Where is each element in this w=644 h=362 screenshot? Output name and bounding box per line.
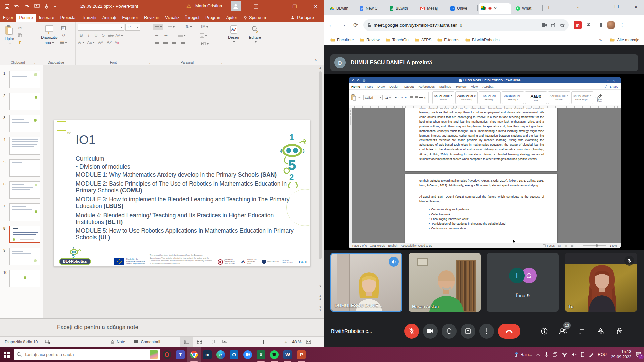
participant-tile-self[interactable]: Tu — [565, 253, 637, 312]
text-direction-button[interactable]: ‖A — [200, 24, 210, 30]
character-spacing-button[interactable]: AV — [115, 33, 124, 37]
bookmark-folder[interactable]: BLwithRobotics — [465, 38, 500, 42]
word-italic-button[interactable]: I — [398, 96, 399, 99]
search-input[interactable] — [24, 352, 135, 357]
previous-slide-button[interactable]: ▲▲ — [318, 295, 323, 301]
tray-phone-link-icon[interactable] — [581, 352, 584, 357]
quick-access-caret-icon[interactable] — [54, 6, 56, 8]
slide-layout-icon[interactable] — [60, 25, 67, 31]
columns-button[interactable] — [177, 32, 187, 38]
browser-tab-drive[interactable]: BLwith — [327, 3, 353, 14]
save-icon[interactable] — [5, 4, 9, 9]
draw-button[interactable]: A Desen — [225, 24, 242, 44]
camera-permission-icon[interactable] — [542, 23, 547, 27]
tab-pornire[interactable]: Pornire — [16, 14, 36, 22]
slide-title[interactable]: IO1 — [76, 133, 95, 147]
search-highlight-image[interactable] — [150, 350, 158, 359]
tray-volume-icon[interactable] — [572, 352, 577, 357]
participant-tile-more[interactable]: I G Încă 9 — [487, 253, 559, 312]
word-align-icon[interactable] — [419, 96, 423, 99]
style-heading2[interactable]: AaBbCcDdEHeading 2 — [502, 91, 524, 104]
word-font-name[interactable]: Calibri — [363, 95, 383, 100]
style-subtitle[interactable]: AaBbCcDdEeSubtitle — [548, 91, 570, 104]
word-focus-toggle[interactable]: Focus — [543, 244, 555, 247]
browser-tab-calendar[interactable]: 29Unive — [448, 3, 474, 14]
font-name-select[interactable] — [78, 24, 124, 31]
paragraph-dialog-launcher-icon[interactable]: ⌟ — [221, 61, 222, 64]
chrome-close-button[interactable]: ✕ — [628, 0, 644, 13]
wtab-layout[interactable]: Layout — [402, 83, 416, 89]
zoom-level[interactable]: 48 % — [292, 340, 301, 344]
share-page-icon[interactable] — [551, 23, 556, 27]
taskbar-edge-icon[interactable]: e — [214, 347, 227, 362]
taskbar-teams-icon[interactable]: T — [174, 347, 187, 362]
start-slideshow-icon[interactable] — [34, 4, 40, 9]
word-left-scrollbar[interactable] — [349, 108, 352, 243]
bookmark-folder[interactable]: Facultate — [330, 38, 354, 42]
style-normal[interactable]: AaBbCcDdEeNormal — [432, 91, 454, 104]
tray-clock[interactable]: 15:1329.09.2022 — [611, 349, 631, 360]
word-language[interactable]: English — [388, 244, 397, 247]
tab-expunere[interactable]: Expuner — [119, 14, 141, 22]
account-name[interactable]: Maria Cristina — [195, 3, 222, 8]
redo-icon[interactable] — [24, 4, 30, 9]
styles-pane-button[interactable]: StylesPane — [597, 93, 602, 102]
bookmark-folder[interactable]: ATPS — [415, 38, 431, 42]
slide-scrollbar[interactable]: ▲ ▼ ▲▲ ▼▼ — [318, 66, 323, 317]
change-case-button[interactable]: Aa — [87, 40, 95, 44]
tray-expand-icon[interactable] — [536, 353, 540, 356]
copy-icon[interactable] — [17, 32, 23, 38]
address-bar[interactable]: meet.google.com/uyz-mkbr-osv?authuser=0 — [363, 19, 569, 31]
styles-gallery-more-icon[interactable]: › — [595, 96, 596, 99]
clear-format-button[interactable]: A — [115, 40, 121, 44]
wtab-insert[interactable]: Insert — [362, 83, 375, 89]
taskbar-zoom-icon[interactable] — [241, 347, 254, 362]
chat-icon[interactable] — [575, 324, 589, 338]
close-button[interactable]: ✕ — [308, 0, 323, 13]
style-heading1[interactable]: AaBbCcDHeading 1 — [479, 91, 501, 104]
taskbar-excel-icon[interactable]: X — [254, 347, 268, 362]
tab-fisier[interactable]: Fișier — [0, 14, 16, 22]
word-font-color-button[interactable]: A — [405, 96, 407, 99]
present-button[interactable] — [461, 324, 475, 339]
word-search-icon[interactable]: ⌕ ⚲ — [607, 78, 617, 82]
host-controls-icon[interactable] — [613, 324, 626, 338]
taskbar-moodle-icon[interactable]: m — [201, 347, 214, 362]
slide-sorter-view-button[interactable] — [193, 337, 206, 347]
thumbnail-row[interactable]: 10 — [0, 269, 43, 289]
minimize-button[interactable]: — — [265, 0, 280, 13]
browser-tab-whatsapp[interactable]: What — [513, 3, 539, 14]
rainmeter-tray-item[interactable]: Rain... — [514, 352, 532, 357]
thumbnail-row[interactable]: 4 — [0, 136, 43, 157]
increase-indent-icon[interactable]: ⇥ — [163, 32, 169, 38]
line-spacing-button[interactable]: ⇅ — [183, 24, 194, 30]
touch-mode-icon[interactable] — [44, 4, 48, 9]
normal-view-button[interactable] — [180, 337, 193, 347]
smartart-convert-button[interactable] — [200, 41, 210, 47]
wtab-view[interactable]: View — [469, 83, 480, 89]
participant-tile-hasan[interactable]: Hasan Arslan — [409, 253, 481, 312]
chrome-minimize-button[interactable]: — — [589, 0, 605, 13]
taskbar-opera-icon[interactable] — [160, 347, 174, 362]
browser-tab-gmail[interactable]: Mesaj — [418, 3, 444, 14]
tray-pen-icon[interactable] — [589, 352, 593, 357]
align-center-icon[interactable] — [162, 41, 169, 47]
thumbnail-row[interactable]: 9 — [0, 247, 43, 267]
word-share-button[interactable]: Share — [603, 83, 621, 89]
tab-ajutor[interactable]: Ajutor — [223, 14, 240, 22]
collapse-ribbon-icon[interactable]: ˄ — [315, 58, 317, 62]
notes-pane[interactable]: Faceți clic pentru a adăuga note — [0, 318, 324, 336]
wtab-mailings[interactable]: Mailings — [437, 83, 453, 89]
tab-search-chevron-icon[interactable]: ⌄ — [577, 5, 580, 9]
reload-icon[interactable]: ⟳ — [351, 20, 361, 30]
tab-programe[interactable]: Progran — [202, 14, 223, 22]
thumbnail-row[interactable]: 2 — [0, 92, 43, 112]
shrink-font-button[interactable]: A˅ — [106, 40, 113, 45]
word-bold-button[interactable]: B — [395, 96, 397, 99]
notification-center-icon[interactable]: 7 — [636, 352, 641, 357]
bookmark-folder[interactable]: Review — [360, 38, 379, 42]
thumbnail-row[interactable]: 3 — [0, 114, 43, 134]
tab-tranzitii[interactable]: Tranziții — [79, 14, 99, 22]
thumbnail-row[interactable]: 6 — [0, 181, 43, 201]
tab-vizualizare[interactable]: Vizualiz — [162, 14, 182, 22]
